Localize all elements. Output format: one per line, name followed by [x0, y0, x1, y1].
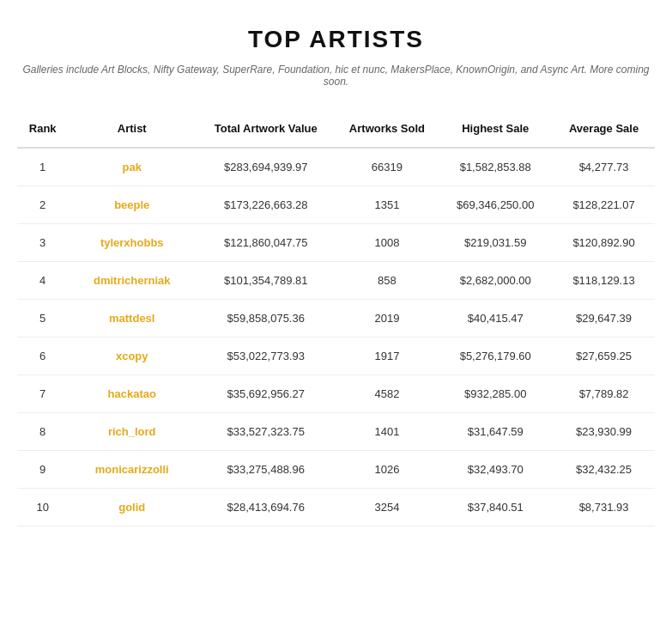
artist-link[interactable]: golid — [118, 501, 145, 514]
cell-average-sale: $118,129.13 — [553, 262, 655, 300]
table-row: 1pak$283,694,939.9766319$1,582,853.88$4,… — [17, 148, 655, 186]
cell-highest-sale: $32,493.70 — [438, 451, 553, 489]
col-header-rank: Rank — [17, 113, 68, 148]
cell-artist[interactable]: tylerxhobbs — [68, 224, 196, 262]
cell-rank: 7 — [17, 375, 68, 413]
cell-average-sale: $4,277.73 — [553, 148, 655, 186]
cell-highest-sale: $37,840.51 — [438, 489, 553, 527]
cell-average-sale: $32,432.25 — [553, 451, 655, 489]
cell-highest-sale: $932,285.00 — [438, 375, 553, 413]
cell-total-artwork-value: $33,275,488.96 — [196, 451, 336, 489]
cell-highest-sale: $219,031.59 — [438, 224, 553, 262]
artist-link[interactable]: tylerxhobbs — [100, 236, 164, 249]
cell-artworks-sold: 1351 — [336, 186, 438, 224]
table-row: 4dmitricherniak$101,354,789.81858$2,682,… — [17, 262, 655, 300]
cell-highest-sale: $2,682,000.00 — [438, 262, 553, 300]
cell-average-sale: $120,892.90 — [553, 224, 655, 262]
cell-artworks-sold: 4582 — [336, 375, 438, 413]
cell-total-artwork-value: $101,354,789.81 — [196, 262, 336, 300]
cell-highest-sale: $1,582,853.88 — [438, 148, 553, 186]
col-header-artist: Artist — [68, 113, 196, 148]
table-row: 6xcopy$53,022,773.931917$5,276,179.60$27… — [17, 338, 655, 375]
cell-average-sale: $7,789.82 — [553, 375, 655, 413]
cell-highest-sale: $31,647.59 — [438, 413, 553, 451]
cell-total-artwork-value: $173,226,663.28 — [196, 186, 336, 224]
cell-artist[interactable]: mattdesl — [68, 300, 196, 338]
cell-total-artwork-value: $53,022,773.93 — [196, 338, 336, 375]
cell-rank: 4 — [17, 262, 68, 300]
cell-rank: 8 — [17, 413, 68, 451]
artist-link[interactable]: xcopy — [116, 350, 148, 362]
cell-total-artwork-value: $283,694,939.97 — [196, 148, 336, 186]
cell-artist[interactable]: dmitricherniak — [68, 262, 196, 300]
cell-artworks-sold: 1008 — [336, 224, 438, 262]
cell-average-sale: $27,659.25 — [553, 338, 655, 375]
table-header-row: Rank Artist Total Artwork Value Artworks… — [17, 113, 655, 148]
cell-artist[interactable]: golid — [68, 489, 196, 527]
cell-highest-sale: $69,346,250.00 — [438, 186, 553, 224]
cell-artworks-sold: 1917 — [336, 338, 438, 375]
cell-artworks-sold: 2019 — [336, 300, 438, 338]
cell-artist[interactable]: pak — [68, 148, 196, 186]
cell-average-sale: $29,647.39 — [553, 300, 655, 338]
cell-average-sale: $23,930.99 — [553, 413, 655, 451]
cell-rank: 10 — [17, 489, 68, 527]
table-row: 9monicarizzolli$33,275,488.961026$32,493… — [17, 451, 655, 489]
cell-artist[interactable]: hackatao — [68, 375, 196, 413]
cell-artworks-sold: 66319 — [336, 148, 438, 186]
cell-total-artwork-value: $33,527,323.75 — [196, 413, 336, 451]
table-row: 2beeple$173,226,663.281351$69,346,250.00… — [17, 186, 655, 224]
artist-link[interactable]: rich_lord — [108, 425, 156, 438]
table-row: 8rich_lord$33,527,323.751401$31,647.59$2… — [17, 413, 655, 451]
col-header-artworks-sold: Artworks Sold — [336, 113, 438, 148]
table-row: 3tylerxhobbs$121,860,047.751008$219,031.… — [17, 224, 655, 262]
artist-link[interactable]: beeple — [114, 198, 149, 211]
cell-artist[interactable]: beeple — [68, 186, 196, 224]
cell-artist[interactable]: xcopy — [68, 338, 196, 375]
artist-link[interactable]: mattdesl — [109, 312, 154, 325]
cell-total-artwork-value: $59,858,075.36 — [196, 300, 336, 338]
cell-artist[interactable]: rich_lord — [68, 413, 196, 451]
cell-artworks-sold: 1401 — [336, 413, 438, 451]
page-subtitle: Galleries include Art Blocks, Nifty Gate… — [17, 64, 655, 88]
cell-artworks-sold: 3254 — [336, 489, 438, 527]
cell-highest-sale: $5,276,179.60 — [438, 338, 553, 375]
col-header-average-sale: Average Sale — [553, 113, 655, 148]
col-header-highest-sale: Highest Sale — [438, 113, 553, 148]
cell-rank: 2 — [17, 186, 68, 224]
cell-total-artwork-value: $35,692,956.27 — [196, 375, 336, 413]
cell-artist[interactable]: monicarizzolli — [68, 451, 196, 489]
cell-total-artwork-value: $121,860,047.75 — [196, 224, 336, 262]
cell-rank: 9 — [17, 451, 68, 489]
table-row: 7hackatao$35,692,956.274582$932,285.00$7… — [17, 375, 655, 413]
cell-artworks-sold: 1026 — [336, 451, 438, 489]
cell-rank: 3 — [17, 224, 68, 262]
artist-link[interactable]: hackatao — [108, 387, 156, 400]
cell-artworks-sold: 858 — [336, 262, 438, 300]
cell-rank: 1 — [17, 148, 68, 186]
cell-highest-sale: $40,415.47 — [438, 300, 553, 338]
artist-link[interactable]: pak — [123, 161, 142, 173]
cell-average-sale: $8,731.93 — [553, 489, 655, 527]
cell-average-sale: $128,221.07 — [553, 186, 655, 224]
artist-link[interactable]: monicarizzolli — [95, 463, 169, 476]
page-title: TOP ARTISTS — [17, 26, 655, 53]
col-header-total-artwork-value: Total Artwork Value — [196, 113, 336, 148]
cell-rank: 5 — [17, 300, 68, 338]
cell-total-artwork-value: $28,413,694.76 — [196, 489, 336, 527]
table-row: 5mattdesl$59,858,075.362019$40,415.47$29… — [17, 300, 655, 338]
cell-rank: 6 — [17, 338, 68, 375]
artist-link[interactable]: dmitricherniak — [94, 274, 171, 287]
artists-table: Rank Artist Total Artwork Value Artworks… — [17, 113, 655, 527]
table-row: 10golid$28,413,694.763254$37,840.51$8,73… — [17, 489, 655, 527]
